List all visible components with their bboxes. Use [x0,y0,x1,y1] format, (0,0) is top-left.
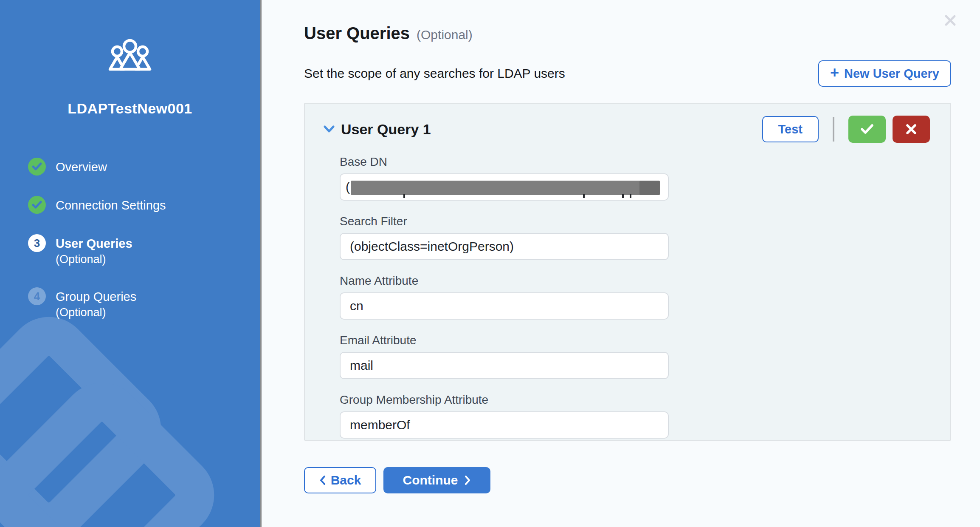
step-label: Connection Settings [56,196,166,213]
step-label: Overview [56,158,107,175]
step-complete-check-icon [28,158,46,176]
user-queries-panel: User Queries (Optional) Set the scope of… [262,0,980,527]
wizard-footer: Back Continue [304,467,951,493]
redacted-text-descender [403,194,405,198]
group-membership-attribute-field-group: Group Membership Attribute memberOf [340,393,930,439]
step-overview[interactable]: Overview [28,158,260,176]
email-attribute-field-group: Email Attribute mail [340,333,930,379]
step-label-main: User Queries [56,237,132,250]
plus-icon: + [830,66,839,79]
page-title-row: User Queries (Optional) [304,24,951,43]
step-label: Group Queries (Optional) [56,287,136,320]
people-group-icon [0,39,260,72]
action-divider [833,117,834,142]
search-filter-label: Search Filter [340,214,930,229]
chevron-left-icon [319,475,326,485]
query-fields: Base DN ( Search Filter (objectClass=ine… [340,155,930,439]
redacted-text-descender [622,194,624,198]
page-optional-tag: (Optional) [417,28,473,42]
confirm-query-button[interactable] [848,116,886,143]
base-dn-input[interactable]: ( [340,173,669,201]
query-card-header: User Query 1 Test [323,116,930,143]
step-label-sub: (Optional) [56,253,106,266]
step-number-badge: 4 [28,287,46,305]
redacted-text-descender [583,194,585,198]
test-button[interactable]: Test [762,116,819,142]
name-attribute-label: Name Attribute [340,274,930,288]
back-button[interactable]: Back [304,467,376,493]
wizard-steps: Overview Connection Settings 3 User Quer… [0,158,260,320]
redaction-bar-cap [639,181,660,195]
delete-query-button[interactable] [893,116,930,143]
name-attribute-field-group: Name Attribute cn [340,274,930,320]
step-connection-settings[interactable]: Connection Settings [28,196,260,214]
email-attribute-label: Email Attribute [340,333,930,348]
group-membership-attribute-label: Group Membership Attribute [340,393,930,407]
redaction-bar [351,181,660,195]
query-title: User Query 1 [341,121,431,138]
page-subtitle: Set the scope of any searches for LDAP u… [304,66,565,81]
continue-button[interactable]: Continue [383,467,490,493]
new-user-query-button[interactable]: + New User Query [818,60,951,87]
continue-label: Continue [403,473,458,487]
subtitle-row: Set the scope of any searches for LDAP u… [304,60,951,87]
chevron-down-icon[interactable] [323,125,335,133]
query-card-actions: Test [762,116,930,143]
user-query-card: User Query 1 Test [304,103,951,441]
step-number-badge: 3 [28,234,46,252]
step-group-queries[interactable]: 4 Group Queries (Optional) [28,287,260,320]
redacted-text-descender [630,194,631,198]
base-dn-label: Base DN [340,155,930,169]
new-user-query-label: New User Query [844,67,939,81]
chevron-right-icon [465,475,471,485]
step-user-queries[interactable]: 3 User Queries (Optional) [28,234,260,267]
step-complete-check-icon [28,196,46,214]
step-label-sub: (Optional) [56,306,106,319]
name-attribute-input[interactable]: cn [340,292,669,320]
x-icon [905,123,917,135]
search-filter-input[interactable]: (objectClass=inetOrgPerson) [340,233,669,260]
connection-name: LDAPTestNew001 [0,100,260,117]
step-label: User Queries (Optional) [56,234,132,267]
query-card-header-left: User Query 1 [323,121,431,138]
page-title: User Queries [304,24,410,43]
check-icon [860,123,874,135]
base-dn-field-group: Base DN ( [340,155,930,201]
wizard-sidebar: LDAPTestNew001 Overview Connection Setti… [0,0,262,527]
search-filter-field-group: Search Filter (objectClass=inetOrgPerson… [340,214,930,260]
back-label: Back [331,473,361,487]
email-attribute-input[interactable]: mail [340,352,669,379]
close-icon[interactable] [944,14,957,27]
base-dn-visible-text: ( [346,180,350,194]
step-label-main: Group Queries [56,290,136,303]
group-membership-attribute-input[interactable]: memberOf [340,411,669,439]
